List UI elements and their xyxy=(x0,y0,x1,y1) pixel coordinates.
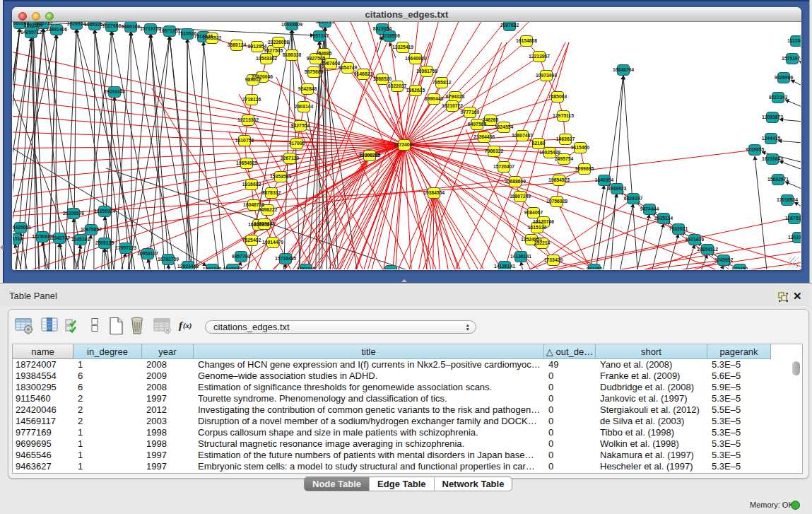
svg-text:10854112: 10854112 xyxy=(697,247,718,252)
svg-text:15692971: 15692971 xyxy=(767,177,789,182)
svg-text:2087682: 2087682 xyxy=(500,23,519,28)
svg-text:16914479: 16914479 xyxy=(262,240,283,245)
svg-text:1855712: 1855712 xyxy=(34,22,53,25)
svg-text:16671355: 16671355 xyxy=(159,28,180,33)
svg-text:8235711: 8235711 xyxy=(316,22,334,24)
svg-text:9457791: 9457791 xyxy=(232,254,251,259)
svg-text:7625402: 7625402 xyxy=(242,238,261,243)
svg-text:2803144: 2803144 xyxy=(295,104,314,109)
svg-text:12093873: 12093873 xyxy=(762,115,783,119)
svg-text:12923448: 12923448 xyxy=(177,264,199,269)
svg-text:10719155: 10719155 xyxy=(140,26,161,31)
svg-text:12342737: 12342737 xyxy=(49,235,70,240)
svg-text:8678332: 8678332 xyxy=(262,190,281,195)
svg-text:16648784: 16648784 xyxy=(613,67,634,72)
svg-text:6829197: 6829197 xyxy=(624,196,643,201)
svg-text:754685: 754685 xyxy=(316,51,332,56)
svg-text:992450: 992450 xyxy=(587,267,603,269)
svg-text:9777169: 9777169 xyxy=(461,110,480,115)
svg-text:3660124: 3660124 xyxy=(228,42,247,47)
svg-text:13325419: 13325419 xyxy=(392,45,413,49)
svg-text:2505135: 2505135 xyxy=(95,240,114,245)
svg-text:12359924: 12359924 xyxy=(94,209,115,214)
svg-text:1529574: 1529574 xyxy=(67,22,86,26)
svg-text:12213967: 12213967 xyxy=(529,54,550,59)
svg-text:8813054: 8813054 xyxy=(373,26,392,31)
svg-text:1615132: 1615132 xyxy=(528,225,547,230)
svg-text:14055712: 14055712 xyxy=(20,30,42,35)
svg-text:10973493: 10973493 xyxy=(536,73,557,78)
svg-text:1588520: 1588520 xyxy=(373,76,392,81)
svg-text:1292348: 1292348 xyxy=(203,267,222,269)
svg-text:8990443: 8990443 xyxy=(425,96,444,101)
svg-text:10033809: 10033809 xyxy=(281,22,302,27)
svg-text:8186328: 8186328 xyxy=(283,52,302,57)
svg-text:16809348: 16809348 xyxy=(254,221,275,226)
svg-text:5875685: 5875685 xyxy=(305,69,324,74)
svg-text:2495754: 2495754 xyxy=(555,156,574,161)
svg-text:1733426: 1733426 xyxy=(544,257,563,262)
svg-text:16435061: 16435061 xyxy=(13,225,31,230)
svg-text:15353594: 15353594 xyxy=(270,174,291,179)
svg-text:(x): (x) xyxy=(183,322,192,330)
svg-text:1610753: 1610753 xyxy=(235,138,254,143)
svg-text:14136141: 14136141 xyxy=(510,254,531,259)
svg-text:7955812: 7955812 xyxy=(433,80,452,85)
svg-text:535594: 535594 xyxy=(13,173,14,177)
svg-text:9084067: 9084067 xyxy=(524,210,543,215)
svg-text:7663822: 7663822 xyxy=(203,35,222,40)
svg-text:2935114: 2935114 xyxy=(654,216,673,221)
svg-text:3215955: 3215955 xyxy=(746,147,765,152)
svg-text:1112045: 1112045 xyxy=(787,38,801,43)
svg-text:3498222: 3498222 xyxy=(259,207,278,212)
svg-text:16640910: 16640910 xyxy=(405,56,426,61)
svg-text:9245652: 9245652 xyxy=(714,257,734,262)
svg-text:19218506: 19218506 xyxy=(379,33,400,38)
svg-text:23226058: 23226058 xyxy=(268,40,289,45)
svg-text:7357247: 7357247 xyxy=(310,33,329,38)
svg-text:10025438: 10025438 xyxy=(539,150,560,155)
svg-text:1244415: 1244415 xyxy=(762,136,781,141)
svg-text:1463627: 1463627 xyxy=(556,136,575,141)
svg-text:9146821: 9146821 xyxy=(354,71,373,76)
svg-text:16782759: 16782759 xyxy=(158,257,179,262)
svg-text:1167533: 1167533 xyxy=(785,216,801,221)
svg-text:9115460: 9115460 xyxy=(571,145,589,150)
svg-text:19654923: 19654923 xyxy=(548,177,570,182)
svg-text:1527602: 1527602 xyxy=(102,23,122,28)
svg-text:10807487: 10807487 xyxy=(512,133,533,138)
svg-text:2718126: 2718126 xyxy=(242,97,261,102)
svg-text:8454749: 8454749 xyxy=(339,65,358,70)
svg-text:391514: 391514 xyxy=(13,236,23,241)
svg-text:8471676: 8471676 xyxy=(686,237,705,242)
svg-text:17957223: 17957223 xyxy=(115,245,136,250)
svg-text:1482345: 1482345 xyxy=(382,268,401,269)
svg-text:746266: 746266 xyxy=(483,117,499,122)
svg-text:23300285: 23300285 xyxy=(359,153,380,158)
svg-text:7986322: 7986322 xyxy=(485,148,504,153)
svg-text:12975115: 12975115 xyxy=(553,113,574,118)
svg-text:23364436: 23364436 xyxy=(473,134,495,139)
svg-text:9699695: 9699695 xyxy=(575,166,594,171)
svg-text:20206576: 20206576 xyxy=(63,211,84,216)
svg-text:15720407: 15720407 xyxy=(493,164,514,169)
svg-text:9327505: 9327505 xyxy=(307,56,326,61)
svg-text:9227343: 9227343 xyxy=(769,95,788,100)
svg-text:1292345: 1292345 xyxy=(297,267,316,269)
svg-text:10543362: 10543362 xyxy=(256,56,277,61)
svg-text:16046718: 16046718 xyxy=(243,202,264,207)
svg-text:9329996: 9329996 xyxy=(775,75,794,80)
svg-text:989612: 989612 xyxy=(245,77,261,82)
svg-text:252214: 252214 xyxy=(534,240,551,245)
svg-text:12213362: 12213362 xyxy=(237,117,259,122)
svg-text:9474444: 9474444 xyxy=(640,206,659,211)
svg-text:18724007: 18724007 xyxy=(394,142,415,147)
svg-text:1916682: 1916682 xyxy=(242,182,261,187)
svg-text:9242848: 9242848 xyxy=(298,86,317,91)
svg-text:10756928: 10756928 xyxy=(546,199,567,204)
svg-text:8938923: 8938923 xyxy=(608,186,627,191)
svg-text:6322037: 6322037 xyxy=(388,83,407,88)
svg-text:972450: 972450 xyxy=(732,267,748,269)
svg-text:62160: 62160 xyxy=(532,141,546,146)
svg-text:14136141: 14136141 xyxy=(494,264,515,269)
